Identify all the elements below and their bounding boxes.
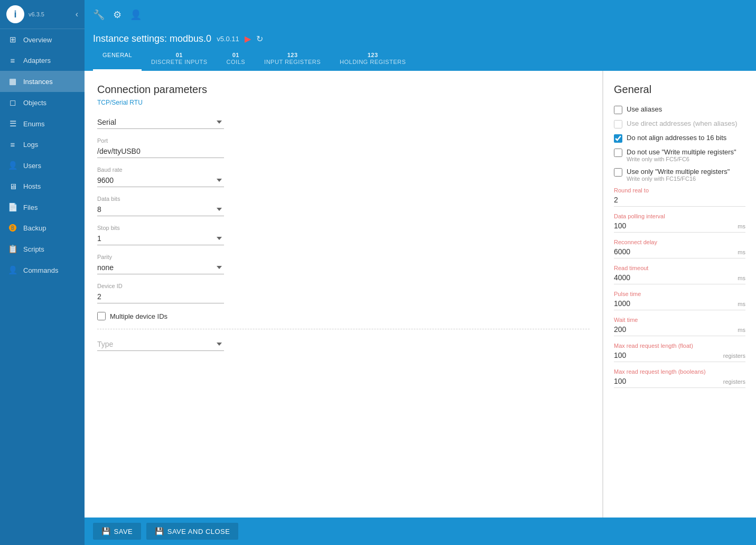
instances-icon: ▦ — [7, 77, 18, 86]
read-timeout-label: Read timeout — [614, 265, 745, 271]
type-dropdown[interactable]: Type — [97, 338, 224, 351]
parity-select[interactable]: none even odd — [97, 261, 224, 274]
max-read-bool-input[interactable] — [614, 376, 723, 386]
data-bits-label: Data bits — [97, 196, 590, 202]
do-not-use-write-sub: Write only with FC5/FC6 — [627, 156, 736, 162]
backup-icon: 🅑 — [7, 224, 18, 233]
save-and-close-button[interactable]: 💾 SAVE AND CLOSE — [146, 523, 238, 540]
sidebar-item-logs[interactable]: ≡ Logs — [0, 134, 85, 155]
save-close-label: SAVE AND CLOSE — [167, 528, 230, 535]
parity-label: Parity — [97, 254, 590, 260]
use-aliases-label: Use aliases — [627, 105, 662, 113]
multiple-device-ids-row[interactable]: Multiple device IDs — [97, 312, 590, 320]
use-only-write-checkbox[interactable] — [614, 168, 622, 177]
hosts-icon: 🖥 — [7, 182, 18, 191]
objects-icon: ◻ — [7, 98, 18, 107]
toolbar: 🔧 ⚙ 👤 — [85, 0, 756, 29]
sidebar-item-backup[interactable]: 🅑 Backup — [0, 218, 85, 238]
max-read-bool-row: Max read request length (booleans) regis… — [614, 368, 745, 388]
stop-bits-select[interactable]: 1 2 — [97, 232, 224, 245]
read-timeout-unit: ms — [738, 275, 745, 281]
instance-title-row: Instance settings: modbus.0 v5.0.11 ▶ ↻ — [93, 33, 748, 44]
pulse-time-input[interactable] — [614, 298, 738, 309]
wait-time-row: Wait time ms — [614, 317, 745, 336]
gear-icon[interactable]: ⚙ — [113, 9, 122, 21]
tab-input-reg-label: INPUT REGISTERS — [264, 59, 321, 65]
right-panel: General Use aliases Use direct addresses… — [603, 71, 756, 518]
sidebar-item-overview[interactable]: ⊞ Overview — [0, 29, 85, 50]
users-icon: 👤 — [7, 161, 18, 170]
tab-holding-registers[interactable]: 123 HOLDING REGISTERS — [330, 49, 415, 71]
do-not-align-row: Do not align addresses to 16 bits — [614, 134, 745, 143]
max-read-bool-unit: registers — [723, 378, 745, 385]
pulse-time-unit: ms — [738, 301, 745, 307]
wait-time-input[interactable] — [614, 324, 738, 335]
tab-general-label: GENERAL — [102, 52, 132, 58]
sidebar-collapse-icon[interactable]: ‹ — [76, 10, 78, 19]
data-bits-group: Data bits 8 7 — [97, 196, 590, 216]
read-timeout-input[interactable] — [614, 272, 738, 283]
baud-rate-select[interactable]: 9600 19200 38400 57600 115200 — [97, 174, 224, 187]
stop-bits-label: Stop bits — [97, 225, 590, 231]
save-button[interactable]: 💾 SAVE — [93, 523, 141, 540]
sidebar-item-label: Files — [23, 204, 38, 211]
data-polling-input[interactable] — [614, 220, 738, 231]
left-panel: Connection parameters TCP/Serial RTU Ser… — [85, 71, 603, 518]
sidebar-item-adapters[interactable]: ≡ Adapters — [0, 50, 85, 71]
use-aliases-checkbox[interactable] — [614, 106, 622, 114]
tab-discrete-badge: 01 — [176, 52, 183, 58]
max-read-bool-label: Max read request length (booleans) — [614, 368, 745, 375]
sidebar-item-scripts[interactable]: 📋 Scripts — [0, 238, 85, 260]
device-id-group: Device ID — [97, 283, 590, 303]
wait-time-label: Wait time — [614, 317, 745, 323]
tab-coils[interactable]: 01 COILS — [217, 49, 255, 71]
save-close-icon: 💾 — [155, 527, 164, 535]
wait-time-unit: ms — [738, 327, 745, 333]
type-select[interactable]: Serial TCP — [97, 116, 224, 129]
data-bits-select[interactable]: 8 7 — [97, 203, 224, 216]
tab-holding-reg-badge: 123 — [368, 52, 378, 58]
sidebar-item-label: Backup — [23, 224, 46, 232]
user-icon[interactable]: 👤 — [130, 9, 142, 21]
max-read-float-label: Max read request length (float) — [614, 343, 745, 349]
overview-icon: ⊞ — [7, 35, 18, 44]
sidebar-item-objects[interactable]: ◻ Objects — [0, 92, 85, 113]
max-read-float-row: Max read request length (float) register… — [614, 343, 745, 362]
sidebar-item-enums[interactable]: ☰ Enums — [0, 113, 85, 134]
round-real-label: Round real to — [614, 187, 745, 193]
use-direct-addresses-checkbox[interactable] — [614, 120, 622, 128]
multiple-device-ids-checkbox[interactable] — [97, 312, 106, 320]
sidebar-item-hosts[interactable]: 🖥 Hosts — [0, 176, 85, 197]
port-field-group: Port — [97, 137, 590, 158]
wrench-icon[interactable]: 🔧 — [93, 9, 105, 21]
reconnect-delay-input[interactable] — [614, 246, 738, 257]
do-not-align-checkbox[interactable] — [614, 134, 622, 143]
instance-run-icon[interactable]: ▶ — [245, 34, 251, 44]
tab-holding-reg-label: HOLDING REGISTERS — [340, 59, 406, 65]
sidebar-item-users[interactable]: 👤 Users — [0, 155, 85, 176]
sidebar-item-files[interactable]: 📄 Files — [0, 197, 85, 218]
reconnect-delay-label: Reconnect delay — [614, 239, 745, 245]
read-timeout-row: Read timeout ms — [614, 265, 745, 284]
max-read-float-input[interactable] — [614, 350, 723, 361]
tab-input-reg-badge: 123 — [287, 52, 298, 58]
enums-icon: ☰ — [7, 119, 18, 128]
tab-general[interactable]: GENERAL — [93, 49, 142, 71]
type-dropdown-group: Type — [97, 338, 590, 351]
multiple-device-ids-label: Multiple device IDs — [110, 312, 167, 320]
sidebar-item-commands[interactable]: 👤 Commands — [0, 260, 85, 281]
tab-input-registers[interactable]: 123 INPUT REGISTERS — [255, 49, 330, 71]
reconnect-delay-row: Reconnect delay ms — [614, 239, 745, 258]
max-read-float-unit: registers — [723, 353, 745, 359]
device-id-input[interactable] — [97, 290, 224, 303]
round-real-input[interactable] — [614, 195, 745, 205]
sidebar-item-instances[interactable]: ▦ Instances — [0, 71, 85, 92]
use-only-write-label: Use only "Write multiple registers" — [627, 168, 730, 175]
tab-discrete-inputs[interactable]: 01 DISCRETE INPUTS — [142, 49, 217, 71]
instance-refresh-icon[interactable]: ↻ — [256, 34, 263, 44]
port-input[interactable] — [97, 145, 224, 158]
baud-rate-label: Baud rate — [97, 167, 590, 173]
do-not-use-write-checkbox[interactable] — [614, 149, 622, 157]
stop-bits-group: Stop bits 1 2 — [97, 225, 590, 245]
files-icon: 📄 — [7, 202, 18, 212]
